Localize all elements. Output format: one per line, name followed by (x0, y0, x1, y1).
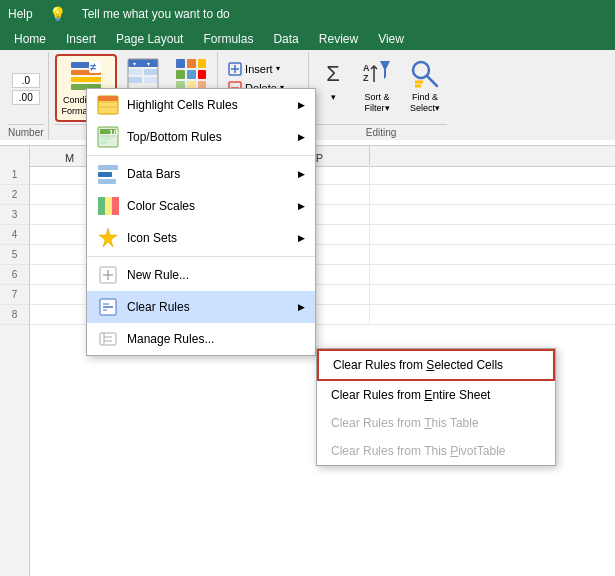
clear-rules-arrow: ▶ (298, 302, 305, 312)
clear-rules-submenu: Clear Rules from Selected Cells Clear Ru… (316, 348, 556, 466)
find-select-icon (407, 56, 443, 92)
svg-text:10: 10 (109, 128, 118, 137)
find-select-label: Find &Select▾ (410, 92, 440, 114)
color-scales-icon (97, 195, 119, 217)
svg-marker-34 (380, 61, 390, 79)
data-bars-arrow: ▶ (298, 169, 305, 179)
tell-me-input[interactable]: Tell me what you want to do (82, 7, 230, 21)
svg-rect-53 (105, 197, 112, 215)
svg-text:▾: ▾ (133, 61, 136, 67)
icon-sets-arrow: ▶ (298, 233, 305, 243)
clear-selected-cells-item[interactable]: Clear Rules from Selected Cells (317, 349, 555, 381)
editing-group-label: Editing (315, 124, 447, 138)
svg-line-36 (427, 76, 437, 86)
svg-text:≠: ≠ (90, 61, 96, 73)
icon-sets-item[interactable]: Icon Sets ▶ (87, 222, 315, 254)
manage-rules-icon (97, 328, 119, 350)
svg-rect-51 (98, 179, 116, 184)
clear-this-table-item: Clear Rules from This Table (317, 409, 555, 437)
tab-view[interactable]: View (368, 28, 414, 50)
cell-styles-icon (173, 56, 209, 92)
tab-home[interactable]: Home (4, 28, 56, 50)
color-scales-item[interactable]: Color Scales ▶ (87, 190, 315, 222)
clear-pivottable-label: Clear Rules from This PivotTable (331, 444, 506, 458)
tab-pagelayout[interactable]: Page Layout (106, 28, 193, 50)
row-num-3: 3 (0, 205, 29, 225)
clear-selected-label: Clear Rules from Selected Cells (333, 358, 503, 372)
top-bottom-arrow: ▶ (298, 132, 305, 142)
svg-rect-15 (187, 59, 196, 68)
clear-entire-label: Clear Rules from Entire Sheet (331, 388, 490, 402)
clear-entire-sheet-item[interactable]: Clear Rules from Entire Sheet (317, 381, 555, 409)
highlight-cells-label: Highlight Cells Rules (127, 98, 238, 112)
svg-rect-18 (187, 70, 196, 79)
svg-rect-48 (100, 141, 107, 144)
top-bottom-label: Top/Bottom Rules (127, 130, 222, 144)
ribbon-tabs: Home Insert Page Layout Formulas Data Re… (0, 28, 615, 50)
highlight-cells-rules-item[interactable]: Highlight Cells Rules ▶ (87, 89, 315, 121)
svg-rect-17 (176, 70, 185, 79)
sigma-icon: Σ (317, 56, 349, 92)
insert-icon (228, 62, 242, 76)
decimal-decrease-btn[interactable]: .0 (12, 73, 40, 88)
conditional-formatting-dropdown: Highlight Cells Rules ▶ 10 Top/Bottom Ru… (86, 88, 316, 356)
autosum-btn[interactable]: Σ ▾ (315, 54, 351, 104)
highlight-cells-arrow: ▶ (298, 100, 305, 110)
svg-rect-47 (100, 137, 110, 140)
separator-1 (87, 155, 315, 156)
color-scales-arrow: ▶ (298, 201, 305, 211)
new-rule-label: New Rule... (127, 268, 189, 282)
lightbulb-icon: 💡 (49, 6, 66, 22)
separator-2 (87, 256, 315, 257)
help-link[interactable]: Help (8, 7, 33, 21)
clear-rules-icon (97, 296, 119, 318)
color-scales-label: Color Scales (127, 199, 195, 213)
clear-this-pivottable-item: Clear Rules from This PivotTable (317, 437, 555, 465)
svg-rect-2 (71, 77, 101, 82)
svg-rect-10 (144, 77, 158, 83)
svg-rect-7 (128, 69, 142, 75)
icon-sets-icon (97, 227, 119, 249)
icon-sets-label: Icon Sets (127, 231, 177, 245)
svg-rect-63 (100, 333, 116, 345)
row-num-8: 8 (0, 305, 29, 325)
row-num-6: 6 (0, 265, 29, 285)
clear-rules-item[interactable]: Clear Rules ▶ (87, 291, 315, 323)
manage-rules-item[interactable]: Manage Rules... (87, 323, 315, 355)
tab-data[interactable]: Data (263, 28, 308, 50)
row-num-4: 4 (0, 225, 29, 245)
svg-rect-16 (198, 59, 206, 68)
svg-rect-9 (128, 77, 142, 83)
number-group: .0 .00 Number (4, 52, 49, 140)
svg-text:▾: ▾ (147, 61, 150, 67)
data-bars-label: Data Bars (127, 167, 180, 181)
clear-rules-label: Clear Rules (127, 300, 190, 314)
tab-insert[interactable]: Insert (56, 28, 106, 50)
top-bottom-icon: 10 (97, 126, 119, 148)
svg-marker-55 (99, 228, 117, 247)
top-bottom-rules-item[interactable]: 10 Top/Bottom Rules ▶ (87, 121, 315, 153)
help-bar: Help 💡 Tell me what you want to do (0, 0, 615, 28)
insert-btn[interactable]: Insert ▾ (224, 60, 304, 78)
sort-filter-label: Sort &Filter▾ (365, 92, 390, 114)
clear-table-label: Clear Rules from This Table (331, 416, 479, 430)
number-group-label: Number (8, 124, 44, 138)
decimal-increase-btn[interactable]: .00 (12, 90, 40, 105)
svg-rect-8 (144, 69, 158, 75)
svg-rect-19 (198, 70, 206, 79)
tab-formulas[interactable]: Formulas (193, 28, 263, 50)
sort-filter-icon: A Z (359, 56, 395, 92)
sort-filter-btn[interactable]: A Z Sort &Filter▾ (355, 54, 399, 116)
find-select-btn[interactable]: Find &Select▾ (403, 54, 447, 116)
data-bars-icon (97, 163, 119, 185)
svg-rect-50 (98, 172, 112, 177)
row-num-7: 7 (0, 285, 29, 305)
editing-group: Σ ▾ A Z (311, 52, 451, 140)
svg-rect-40 (98, 96, 118, 101)
data-bars-item[interactable]: Data Bars ▶ (87, 158, 315, 190)
new-rule-item[interactable]: New Rule... (87, 259, 315, 291)
svg-rect-54 (112, 197, 119, 215)
svg-rect-14 (176, 59, 185, 68)
svg-rect-49 (98, 165, 118, 170)
tab-review[interactable]: Review (309, 28, 368, 50)
